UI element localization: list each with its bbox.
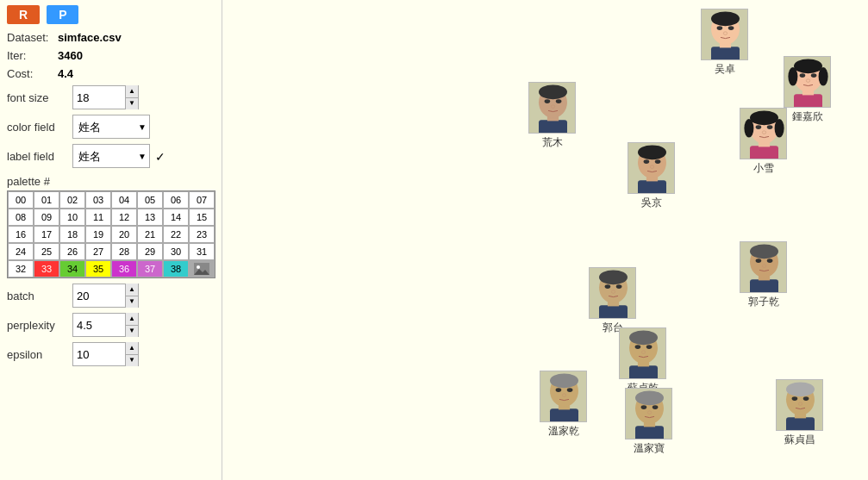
palette-cell-19[interactable]: 19 [85, 226, 111, 243]
color-field-select-wrap[interactable]: 姓名 ▼ [72, 115, 150, 139]
palette-cell-15[interactable]: 15 [189, 209, 215, 226]
palette-cell-02[interactable]: 02 [59, 191, 85, 209]
person-node-wujun[interactable]: 吴卓 [701, 9, 748, 77]
label-field-select-wrap[interactable]: 姓名 ▼ [72, 144, 150, 168]
batch-down[interactable]: ▼ [126, 296, 138, 309]
batch-up[interactable]: ▲ [126, 284, 138, 296]
palette-cell-37[interactable]: 37 [137, 260, 163, 277]
label-field-select[interactable]: 姓名 [72, 144, 150, 168]
epsilon-up[interactable]: ▲ [126, 342, 138, 355]
person-face-guoziqian [740, 241, 787, 293]
palette-cell-33[interactable]: 33 [34, 260, 59, 277]
palette-cell-04[interactable]: 04 [111, 191, 137, 209]
svg-point-86 [646, 345, 653, 349]
palette-cell-14[interactable]: 14 [163, 209, 189, 226]
palette-cell-20[interactable]: 20 [111, 226, 137, 243]
palette-cell-11[interactable]: 11 [85, 209, 111, 226]
perplexity-up[interactable]: ▲ [126, 313, 138, 326]
palette-cell-23[interactable]: 23 [189, 226, 215, 243]
palette-cell-35[interactable]: 35 [85, 260, 111, 277]
palette-cell-21[interactable]: 21 [137, 226, 163, 243]
palette-cell-13[interactable]: 13 [137, 209, 163, 226]
checkmark-icon: ✓ [155, 150, 165, 164]
palette-cell-01[interactable]: 01 [34, 191, 59, 209]
font-size-up[interactable]: ▲ [126, 85, 138, 98]
font-size-down[interactable]: ▼ [126, 98, 138, 110]
palette-cell-18[interactable]: 18 [59, 226, 85, 243]
epsilon-down[interactable]: ▼ [126, 355, 138, 367]
palette-cell-27[interactable]: 27 [85, 243, 111, 260]
svg-point-79 [611, 290, 615, 294]
font-size-input[interactable] [73, 86, 125, 109]
svg-point-94 [567, 388, 573, 392]
palette-cell-30[interactable]: 30 [163, 243, 189, 260]
p-button[interactable]: P [47, 5, 78, 24]
perplexity-spinner[interactable]: ▲ ▼ [72, 313, 139, 337]
r-button[interactable]: R [7, 5, 40, 24]
person-node-guoziqian[interactable]: 郭子乾 [740, 241, 787, 309]
palette-cell-06[interactable]: 06 [163, 191, 189, 209]
palette-cell-32[interactable]: 32 [8, 260, 34, 277]
person-node-xiaoxue[interactable]: 小雪 [740, 108, 787, 176]
palette-cell-34[interactable]: 34 [59, 260, 85, 277]
svg-point-54 [767, 125, 773, 129]
person-node-guotai[interactable]: 郭台 [589, 267, 636, 335]
person-node-zhongjia[interactable]: 鍾嘉欣 [784, 56, 831, 124]
batch-input[interactable] [73, 284, 125, 307]
person-node-jingmu[interactable]: 荒木 [528, 82, 576, 150]
palette-grid[interactable]: 0001020304050607080910111213141516171819… [7, 190, 215, 278]
palette-cell-31[interactable]: 31 [189, 243, 215, 260]
palette-cell-00[interactable]: 00 [8, 191, 34, 209]
svg-rect-39 [638, 180, 666, 194]
palette-cell-22[interactable]: 22 [163, 226, 189, 243]
iter-row: Iter: 3460 [7, 49, 215, 62]
palette-cell-16[interactable]: 16 [8, 226, 34, 243]
palette-cell-03[interactable]: 03 [85, 191, 111, 209]
epsilon-input[interactable] [73, 343, 125, 365]
palette-section: palette # 000102030405060708091011121314… [7, 175, 215, 278]
cost-row: Cost: 4.4 [7, 67, 215, 80]
person-node-subei[interactable]: 蘇貞乾 [619, 327, 666, 396]
palette-cell-img[interactable] [189, 260, 215, 277]
svg-point-62 [767, 259, 773, 263]
epsilon-label: epsilon [7, 348, 67, 361]
svg-point-55 [762, 131, 765, 134]
palette-cell-25[interactable]: 25 [34, 243, 59, 260]
person-label-wujing: 吳京 [641, 196, 662, 210]
perplexity-down[interactable]: ▼ [126, 326, 138, 338]
svg-point-110 [803, 396, 809, 401]
svg-point-108 [786, 382, 815, 396]
color-field-row: color field 姓名 ▼ [7, 115, 215, 139]
palette-cell-08[interactable]: 08 [8, 209, 34, 226]
main-canvas[interactable]: 吴卓 鍾嘉欣 林志玲 [222, 0, 868, 480]
palette-cell-28[interactable]: 28 [111, 243, 137, 260]
palette-cell-09[interactable]: 09 [34, 209, 59, 226]
batch-spinner[interactable]: ▲ ▼ [72, 284, 139, 308]
palette-cell-26[interactable]: 26 [59, 243, 85, 260]
svg-point-92 [550, 373, 578, 388]
palette-cell-12[interactable]: 12 [111, 209, 137, 226]
person-node-wujing[interactable]: 吳京 [628, 142, 675, 210]
palette-cell-36[interactable]: 36 [111, 260, 137, 277]
perplexity-input[interactable] [73, 314, 125, 336]
person-node-wenjia[interactable]: 溫家乾 [540, 371, 587, 439]
person-node-wenjia2[interactable]: 溫家寶 [625, 388, 672, 456]
dataset-row: Dataset: simface.csv [7, 31, 215, 44]
svg-point-60 [750, 244, 778, 259]
person-face-guotai [589, 267, 636, 319]
palette-cell-24[interactable]: 24 [8, 243, 34, 260]
palette-cell-10[interactable]: 10 [59, 209, 85, 226]
font-size-spinner[interactable]: ▲ ▼ [72, 85, 139, 109]
palette-cell-07[interactable]: 07 [189, 191, 215, 209]
person-node-subei2[interactable]: 蘇貞昌 [776, 379, 823, 447]
person-face-subei [619, 327, 666, 379]
palette-cell-38[interactable]: 38 [163, 260, 189, 277]
label-field-row: label field 姓名 ▼ ✓ [7, 144, 215, 168]
epsilon-spinner[interactable]: ▲ ▼ [72, 342, 139, 366]
palette-cell-29[interactable]: 29 [137, 243, 163, 260]
palette-cell-05[interactable]: 05 [137, 191, 163, 209]
color-field-select[interactable]: 姓名 [72, 115, 150, 139]
person-face-subei2 [776, 379, 823, 431]
svg-point-76 [599, 270, 628, 284]
palette-cell-17[interactable]: 17 [34, 226, 59, 243]
